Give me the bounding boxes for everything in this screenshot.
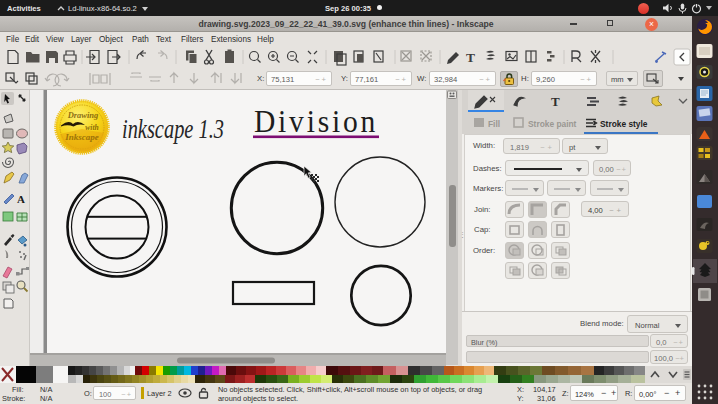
svg-text:Fill: Fill xyxy=(488,119,500,129)
svg-text:Division: Division xyxy=(254,103,378,139)
svg-text:Drawing: Drawing xyxy=(67,110,99,120)
svg-text:T: T xyxy=(551,94,560,109)
svg-text:A: A xyxy=(17,193,25,205)
svg-text:inkscape 1.3: inkscape 1.3 xyxy=(122,113,224,144)
svg-text:Stroke style: Stroke style xyxy=(600,119,648,129)
svg-text:Stroke paint: Stroke paint xyxy=(528,119,577,129)
svg-text:T: T xyxy=(466,50,475,65)
svg-text:with: with xyxy=(85,123,98,132)
svg-text:Inkscape: Inkscape xyxy=(64,132,99,142)
